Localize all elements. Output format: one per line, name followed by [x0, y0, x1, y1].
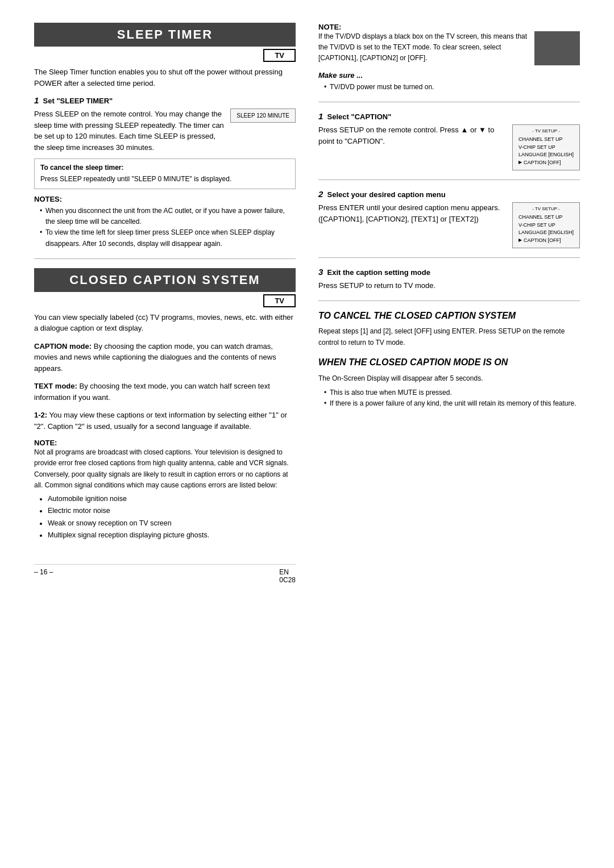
right-step1-header: 1 Select "CAPTION": [318, 111, 580, 121]
right-step1-menu: - TV SETUP - CHANNEL SET UP V-CHIP SET U…: [512, 124, 580, 170]
to-cancel-header: TO CANCEL THE CLOSED CAPTION SYSTEM: [318, 310, 580, 322]
make-sure-list: TV/DVD power must be turned on.: [318, 82, 580, 93]
sleep-timer-screen: SLEEP 120 MINUTE: [230, 108, 296, 123]
right-step3-num: 3: [318, 267, 323, 277]
divider-1: [34, 258, 296, 259]
cc-note-bullet-4: Multiplex signal reception displaying pi…: [48, 529, 296, 541]
footer: – 16 – EN 0C28: [34, 564, 296, 584]
divider-right-4: [318, 301, 580, 301]
step2-menu-item-1: V-CHIP SET UP: [518, 222, 574, 229]
right-step1-title: Select "CAPTION": [327, 112, 392, 121]
cancel-box: To cancel the sleep timer: Press SLEEP r…: [34, 158, 296, 189]
make-sure-block: Make sure ... TV/DVD power must be turne…: [318, 71, 580, 93]
step2-menu-item-3-selected: CAPTION [OFF]: [518, 237, 574, 245]
cc-note-title: NOTE:: [34, 439, 296, 447]
right-step2-text: Press ENTER until your desired caption m…: [318, 202, 507, 224]
sleep-timer-section: SLEEP TIMER TV The Sleep Timer function …: [34, 23, 296, 249]
right-step3-block: 3 Exit the caption setting mode Press SE…: [318, 267, 580, 291]
right-note-text: If the TV/DVD displays a black box on th…: [318, 31, 528, 65]
footer-page-num: – 16 –: [34, 568, 53, 584]
right-step3-title: Exit the caption setting mode: [327, 268, 430, 277]
divider-right-3: [318, 257, 580, 258]
when-closed-bullets: This is also true when MUTE is pressed. …: [318, 387, 580, 409]
menu-item-0: CHANNEL SET UP: [518, 136, 574, 144]
closed-caption-section: CLOSED CAPTION SYSTEM TV You can view sp…: [34, 268, 296, 541]
cancel-text: Press SLEEP repeatedly until "SLEEP 0 MI…: [40, 174, 289, 184]
cc-caption-mode-label: CAPTION mode:: [34, 342, 92, 350]
cc-text-mode: TEXT mode: By choosing the text mode, yo…: [34, 381, 296, 403]
cc-text-mode-label: TEXT mode:: [34, 382, 77, 390]
footer-lang: EN: [279, 568, 296, 576]
cc-one-two-text: You may view these captions or text info…: [34, 411, 287, 431]
step1-text: Press SLEEP on the remote control. You m…: [34, 108, 225, 153]
cc-note-bullet-3: Weak or snowy reception on TV screen: [48, 518, 296, 529]
cc-note-bullets: Automobile ignition noise Electric motor…: [34, 493, 296, 541]
step1-title: Set "SLEEP TIMER": [43, 97, 113, 105]
footer-right: EN 0C28: [279, 568, 296, 584]
when-closed-header: WHEN THE CLOSED CAPTION MODE IS ON: [318, 357, 580, 369]
cc-note-block: NOTE: Not all programs are broadcast wit…: [34, 439, 296, 541]
cc-note-text: Not all programs are broadcast with clos…: [34, 447, 296, 491]
step1-header: 1 Set "SLEEP TIMER": [34, 95, 296, 105]
menu-item-3-selected: CAPTION [OFF]: [518, 159, 574, 167]
cc-note-bullet-2: Electric motor noise: [48, 505, 296, 517]
right-step2-content: Press ENTER until your desired caption m…: [318, 202, 580, 248]
when-closed-text: The On-Screen Display will disappear aft…: [318, 373, 580, 384]
when-closed-bullet-1: This is also true when MUTE is pressed.: [324, 387, 580, 398]
cc-tv-badge: TV: [263, 294, 296, 307]
sleep-timer-notes: NOTES: When you disconnect the unit from…: [34, 195, 296, 249]
divider-right-2: [318, 180, 580, 180]
right-step3-text: Press SETUP to return to TV mode.: [318, 280, 580, 291]
right-step2-block: 2 Select your desired caption menu Press…: [318, 189, 580, 248]
menu-item-2: LANGUAGE [ENGLISH]: [518, 151, 574, 159]
right-step1-text: Press SETUP on the remote control. Press…: [318, 124, 507, 147]
right-step1-menu-title: - TV SETUP -: [518, 128, 574, 133]
note-item-1: When you disconnect the unit from the AC…: [40, 206, 296, 227]
cc-tv-badge-row: TV: [34, 297, 296, 312]
divider-right-1: [318, 102, 580, 102]
tv-badge: TV: [263, 49, 296, 62]
page-layout: SLEEP TIMER TV The Sleep Timer function …: [34, 23, 580, 584]
right-column: NOTE: If the TV/DVD displays a black box…: [318, 23, 580, 584]
step2-menu-item-0: CHANNEL SET UP: [518, 214, 574, 222]
menu-item-1: V-CHIP SET UP: [518, 144, 574, 152]
sleep-timer-intro: The Sleep Timer function enables you to …: [34, 66, 296, 89]
step2-menu-item-2: LANGUAGE [ENGLISH]: [518, 229, 574, 237]
right-step2-menu-title: - TV SETUP -: [518, 206, 574, 211]
right-step1-num: 1: [318, 111, 323, 121]
make-sure-label: Make sure ...: [318, 71, 580, 80]
black-square-illustration: [534, 31, 580, 65]
right-step2-header: 2 Select your desired caption menu: [318, 189, 580, 199]
cc-intro: You can view specially labeled (cc) TV p…: [34, 312, 296, 334]
step1-num: 1: [34, 95, 39, 105]
cc-one-two: 1-2: You may view these captions or text…: [34, 410, 296, 432]
cc-note-bullet-1: Automobile ignition noise: [48, 493, 296, 505]
to-cancel-block: TO CANCEL THE CLOSED CAPTION SYSTEM Repe…: [318, 310, 580, 348]
right-step1-content: Press SETUP on the remote control. Press…: [318, 124, 580, 170]
cc-one-two-label: 1-2:: [34, 411, 47, 419]
notes-list: When you disconnect the unit from the AC…: [34, 206, 296, 249]
right-step2-num: 2: [318, 189, 323, 199]
left-column: SLEEP TIMER TV The Sleep Timer function …: [34, 23, 296, 584]
right-step3-header: 3 Exit the caption setting mode: [318, 267, 580, 277]
cancel-title: To cancel the sleep timer:: [40, 164, 289, 172]
right-step2-title: Select your desired caption menu: [327, 190, 446, 199]
tv-badge-row: TV: [34, 51, 296, 66]
notes-title: NOTES:: [34, 195, 62, 203]
closed-caption-header: CLOSED CAPTION SYSTEM: [34, 268, 296, 292]
right-step2-menu: - TV SETUP - CHANNEL SET UP V-CHIP SET U…: [512, 202, 580, 248]
when-closed-block: WHEN THE CLOSED CAPTION MODE IS ON The O…: [318, 357, 580, 409]
cc-caption-mode: CAPTION mode: By choosing the caption mo…: [34, 341, 296, 374]
note-item-2: To view the time left for sleep timer pr…: [40, 227, 296, 249]
when-closed-bullet-2: If there is a power failure of any kind,…: [324, 398, 580, 409]
right-note-box: If the TV/DVD displays a black box on th…: [318, 31, 580, 65]
footer-code: 0C28: [279, 576, 296, 584]
right-note-title: NOTE:: [318, 23, 580, 31]
sleep-timer-header: SLEEP TIMER: [34, 23, 296, 47]
step1-content: Press SLEEP on the remote control. You m…: [34, 108, 296, 153]
right-note-block: NOTE: If the TV/DVD displays a black box…: [318, 23, 580, 65]
right-step1-block: 1 Select "CAPTION" Press SETUP on the re…: [318, 111, 580, 170]
to-cancel-text: Repeat steps [1] and [2], select [OFF] u…: [318, 326, 580, 348]
make-sure-item-1: TV/DVD power must be turned on.: [324, 82, 580, 93]
